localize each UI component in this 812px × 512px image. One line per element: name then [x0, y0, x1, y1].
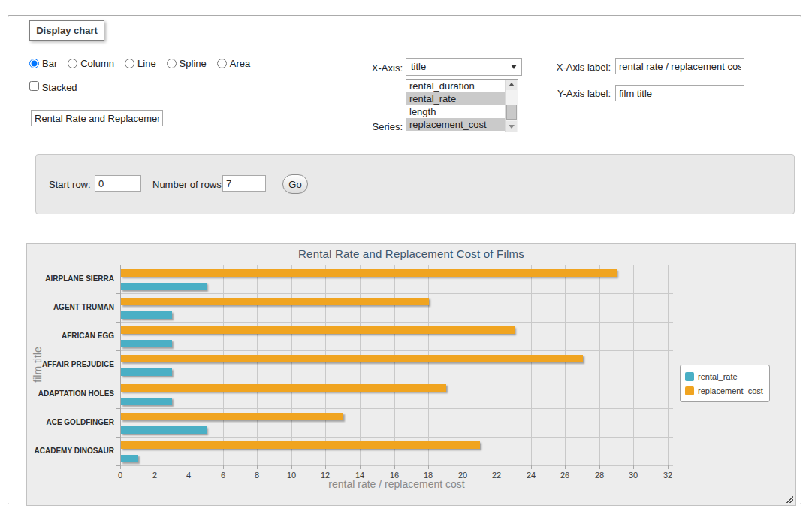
x-tick-2	[155, 465, 155, 469]
y-tick-3	[116, 350, 120, 351]
chart-type-radio-group: Bar Column Line Spline Area	[29, 58, 256, 69]
x-tick-label-32: 32	[663, 471, 672, 480]
category-label: AFRICAN EGG	[27, 322, 114, 350]
legend-item-rental_rate[interactable]: rental_rate	[685, 369, 763, 383]
x-tick-12	[325, 465, 326, 469]
bar-radio[interactable]	[29, 59, 39, 68]
x-tick-label-8: 8	[255, 471, 259, 480]
stacked-checkbox-row: Stacked	[29, 81, 77, 93]
scroll-up-button[interactable]	[506, 80, 517, 90]
series-option-length[interactable]: length	[406, 105, 505, 118]
x-axis-select[interactable]: title	[406, 58, 522, 76]
y-axis-line	[120, 265, 121, 465]
bar-rental_rate[interactable]	[121, 340, 172, 347]
x-tick-6	[223, 465, 224, 469]
bar-replacement_cost[interactable]	[121, 326, 515, 334]
column-radio[interactable]	[68, 59, 77, 68]
area-radio[interactable]	[217, 59, 227, 68]
chart-legend: rental_ratereplacement_cost	[680, 365, 770, 402]
number-of-rows-input[interactable]	[222, 175, 266, 192]
y-axis-label-label: Y-Axis label:	[527, 88, 611, 99]
x-tick-30	[633, 465, 634, 469]
category-label: AIRPLANE SIERRA	[27, 265, 114, 293]
chart-type-radio-column[interactable]: Column	[68, 58, 114, 69]
y-tick-0	[116, 265, 120, 265]
bar-rental_rate[interactable]	[121, 455, 138, 462]
x-axis-title: rental rate / replacement cost	[120, 478, 673, 490]
gridline-x-8	[257, 265, 258, 465]
x-tick-8	[257, 465, 258, 469]
x-tick-14	[360, 465, 361, 469]
legend-item-replacement_cost[interactable]: replacement_cost	[685, 383, 763, 398]
bar-replacement_cost[interactable]	[121, 269, 617, 277]
bar-rental_rate[interactable]	[121, 398, 172, 405]
chart-type-radio-area[interactable]: Area	[217, 58, 250, 69]
x-axis-selected-value: title	[411, 61, 426, 72]
chart-title-input[interactable]	[31, 110, 163, 126]
line-radio[interactable]	[125, 59, 134, 68]
x-axis-label-label: X-Axis label:	[527, 62, 611, 73]
x-tick-28	[599, 465, 600, 469]
scroll-down-button[interactable]	[506, 121, 517, 132]
x-tick-0	[120, 465, 121, 469]
series-option-rental_rate[interactable]: rental_rate	[406, 92, 505, 105]
series-option-replacement_cost[interactable]: replacement_cost	[406, 118, 505, 131]
stacked-checkbox-wrap[interactable]: Stacked	[29, 81, 77, 93]
line-radio-label: Line	[137, 58, 156, 69]
bar-replacement_cost[interactable]	[121, 384, 446, 392]
x-tick-label-0: 0	[118, 471, 122, 480]
bar-rental_rate[interactable]	[121, 368, 172, 376]
x-axis-select-label: X-Axis:	[331, 62, 403, 74]
series-option-rental_duration[interactable]: rental_duration	[406, 80, 505, 92]
chart-resize-handle[interactable]	[785, 495, 793, 503]
gridline-x-12	[325, 265, 326, 465]
y-tick-4	[116, 380, 120, 380]
y-axis-label-input[interactable]	[615, 85, 744, 101]
legend-label-replacement_cost: replacement_cost	[698, 386, 763, 395]
spline-radio[interactable]	[167, 59, 177, 68]
gridline-y-5	[120, 408, 673, 409]
y-tick-6	[116, 437, 120, 438]
listbox-scrollbar[interactable]	[505, 80, 518, 132]
bar-replacement_cost[interactable]	[121, 298, 429, 305]
bar-rental_rate[interactable]	[121, 426, 207, 434]
bar-rental_rate[interactable]	[121, 311, 172, 319]
scrollbar-thumb[interactable]	[506, 105, 517, 120]
bar-replacement_cost[interactable]	[121, 441, 480, 449]
gridline-x-16	[394, 265, 395, 465]
series-listbox-label: Series:	[331, 121, 403, 132]
gridline-x-26	[565, 265, 566, 465]
gridline-y-0	[120, 265, 673, 265]
x-tick-label-2: 2	[152, 471, 157, 480]
scroll-down-icon	[509, 125, 515, 129]
legend-swatch-replacement_cost	[685, 386, 694, 395]
x-tick-label-12: 12	[321, 471, 330, 480]
chart-type-radio-spline[interactable]: Spline	[167, 58, 207, 69]
gridline-y-4	[120, 380, 673, 380]
bar-replacement_cost[interactable]	[121, 413, 343, 420]
series-options: rental_durationrental_ratelengthreplacem…	[406, 80, 505, 131]
plot-area	[120, 265, 673, 465]
gridline-y-7	[120, 465, 673, 466]
number-of-rows-label: Number of rows:	[152, 179, 224, 190]
x-tick-label-14: 14	[355, 471, 364, 480]
start-row-input[interactable]	[95, 175, 141, 192]
x-tick-label-6: 6	[221, 471, 225, 480]
bar-replacement_cost[interactable]	[121, 355, 583, 362]
x-tick-16	[394, 465, 395, 469]
x-axis-label-input[interactable]	[615, 58, 744, 74]
legend-swatch-rental_rate	[685, 372, 694, 381]
category-label: ADAPTATION HOLES	[27, 380, 114, 408]
x-tick-22	[497, 465, 497, 469]
chart-type-radio-bar[interactable]: Bar	[29, 58, 57, 69]
x-tick-label-16: 16	[390, 471, 399, 480]
series-listbox[interactable]: rental_durationrental_ratelengthreplacem…	[406, 79, 518, 132]
go-button[interactable]: Go	[282, 174, 308, 194]
chart-type-radio-line[interactable]: Line	[125, 58, 156, 69]
bar-rental_rate[interactable]	[121, 283, 207, 290]
legend-label-rental_rate: rental_rate	[698, 372, 738, 381]
x-tick-32	[668, 465, 669, 469]
stacked-checkbox[interactable]	[29, 81, 39, 91]
x-tick-26	[565, 465, 566, 469]
scroll-up-icon	[509, 83, 515, 86]
